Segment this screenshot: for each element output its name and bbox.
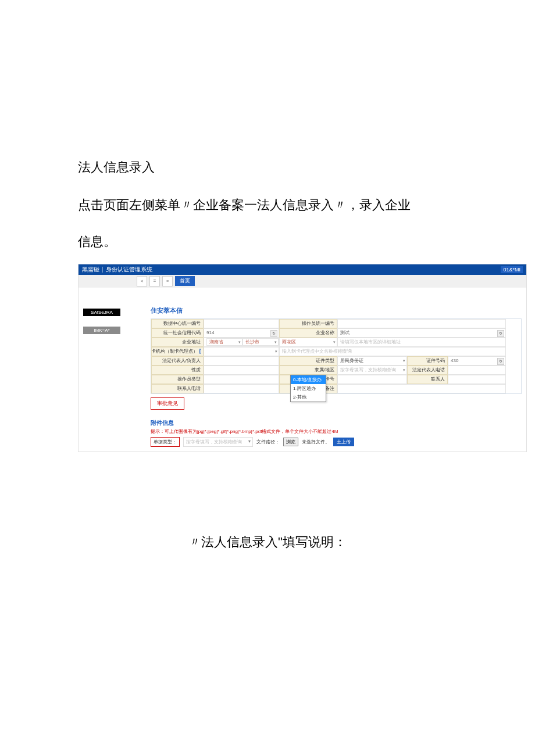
refresh-icon[interactable]: ↻ — [270, 330, 277, 337]
user-badge[interactable]: 01&*MI — [501, 266, 523, 273]
brand-text: 黑需碰 — [82, 266, 99, 274]
embedded-screenshot: 黑需碰 | 身份认证管理系统 01&*MI < ≡ « 首页 SAfSeJRA … — [78, 264, 527, 452]
label-region: 隶属/地区 — [279, 366, 337, 375]
field-issue-org-hint: 输入制卡代理点中文名称模糊查询 — [279, 347, 506, 356]
label-legal-phone: 法定代表人电话 — [407, 366, 448, 375]
tab-list-button[interactable]: ≡ — [149, 276, 160, 286]
label-data-center-id: 数据中心统一编号 — [151, 319, 204, 328]
chevron-down-icon: ▾ — [403, 368, 405, 372]
no-file-text: 未选择文件。 — [302, 439, 330, 445]
select-region[interactable]: 按字母填写，支持模糊查询▾ — [337, 366, 407, 375]
chevron-down-icon: ▾ — [333, 340, 336, 345]
field-enterprise-name[interactable]: 测试↻ — [337, 328, 506, 338]
label-file-path: 文件路径： — [256, 439, 280, 445]
field-addr-detail[interactable]: 请填写仅本地市区的详细地址 — [337, 338, 506, 347]
chevron-down-icon: ▾ — [238, 340, 241, 345]
field-remark[interactable] — [337, 384, 506, 393]
select-issue-org[interactable]: ▾ — [204, 347, 279, 356]
dropdown-option-2[interactable]: 2-其他 — [291, 393, 326, 402]
label-biz-addr: 企业地址 — [151, 338, 204, 347]
attachment-row: 单据类型： 按字母填写，支持模糊查询 文件路径： 浏览 未选择文件。 土上传 — [151, 437, 522, 447]
dropdown-option-0[interactable]: 0-本地/直接办 — [291, 375, 326, 384]
field-nature[interactable] — [204, 366, 279, 375]
upload-button[interactable]: 土上传 — [333, 438, 354, 446]
tab-prev-button[interactable]: < — [137, 276, 147, 286]
label-nature: 性质 — [151, 366, 204, 375]
label-attach-type: 单据类型： — [151, 437, 180, 447]
label-op-serial: 操作员统一编号 — [279, 319, 337, 328]
tab-home[interactable]: 首页 — [175, 276, 195, 286]
label-issue-org: 发卡机构（制卡代理点）i — [151, 347, 204, 356]
sidebar: SAfSeJRA IMK=A* — [79, 288, 146, 452]
browse-button[interactable]: 浏览 — [283, 438, 298, 446]
label-social-code: 统一社会信用代码 — [151, 328, 204, 338]
select-attach-type[interactable]: 按字母填写，支持模糊查询 — [183, 437, 253, 447]
field-contact-phone[interactable] — [204, 384, 279, 393]
select-province[interactable]: 湖南省▾ — [206, 338, 242, 346]
refresh-icon-3[interactable]: ↻ — [497, 358, 504, 365]
attachment-tip: 提示：可上传图像有为jpg|*.jpeg|*.gif|*.png|*.bmp|*… — [151, 428, 522, 435]
field-legal[interactable] — [204, 356, 279, 366]
select-city[interactable]: 长沙市▾ — [242, 338, 279, 346]
form-grid: 数据中心统一编号 操作员统一编号 统一社会信用代码 914↻ 企业名称 测试↻ … — [151, 318, 522, 394]
doc-paragraph-2: 信息。 — [78, 231, 535, 252]
doc-heading: 法人信息录入 — [78, 157, 535, 177]
app-header: 黑需碰 | 身份认证管理系统 01&*MI — [79, 264, 526, 275]
label-contact: 联系人 — [407, 375, 448, 384]
main-content: 住安萃本信 数据中心统一编号 操作员统一编号 统一社会信用代码 914↻ 企业名… — [146, 288, 526, 452]
tab-refresh-button[interactable]: « — [162, 276, 173, 286]
field-data-center-id[interactable] — [204, 319, 279, 328]
refresh-icon-2[interactable]: ↻ — [497, 330, 504, 337]
label-id-type: 证件类型 — [279, 356, 337, 366]
label-op-type: 操作员类型 — [151, 375, 204, 384]
review-opinion-button[interactable]: 审批意见 — [151, 397, 184, 410]
select-id-type[interactable]: 居民身份证▾ — [337, 356, 407, 366]
section-title-basic: 住安萃本信 — [151, 306, 522, 315]
dropdown-option-1[interactable]: 1-跨区通办 — [291, 384, 326, 393]
field-op-type[interactable] — [204, 375, 279, 384]
chevron-down-icon: ▾ — [275, 349, 277, 354]
label-id-no: 证件号码 — [407, 356, 448, 366]
field-contact[interactable] — [448, 375, 506, 384]
system-name: 身份认证管理系统 — [106, 266, 152, 274]
section-title-attachments: 附件信息 — [151, 419, 522, 427]
field-legal-phone[interactable] — [448, 366, 506, 375]
doc-paragraph-1: 点击页面左侧菜单〃企业备案一法人信息录入〃，录入企业 — [78, 195, 535, 215]
sidebar-item-2[interactable]: IMK=A* — [83, 327, 120, 334]
chevron-down-icon: ▾ — [403, 359, 405, 363]
dropdown-menu-nature: 0-本地/直接办 1-跨区通办 2-其他 — [290, 375, 326, 402]
select-district[interactable]: 雨花区▾ — [279, 338, 337, 347]
field-social-code[interactable]: 914↻ — [204, 328, 279, 338]
field-id-no[interactable]: 430↻ — [448, 356, 506, 366]
label-contact-phone: 联系人电话 — [151, 384, 204, 393]
field-op-serial[interactable] — [337, 319, 506, 328]
tab-strip: < ≡ « 首页 — [79, 275, 526, 288]
field-ic-card[interactable] — [337, 375, 407, 384]
info-icon[interactable]: i — [199, 349, 201, 354]
sidebar-item-1[interactable]: SAfSeJRA — [83, 309, 120, 316]
label-enterprise-name: 企业名称 — [279, 328, 337, 338]
chevron-down-icon: ▾ — [274, 340, 277, 345]
label-legal: 法定代表人/负责人 — [151, 356, 204, 366]
doc-caption: 〃法人信息录入"填写说明： — [0, 533, 535, 551]
